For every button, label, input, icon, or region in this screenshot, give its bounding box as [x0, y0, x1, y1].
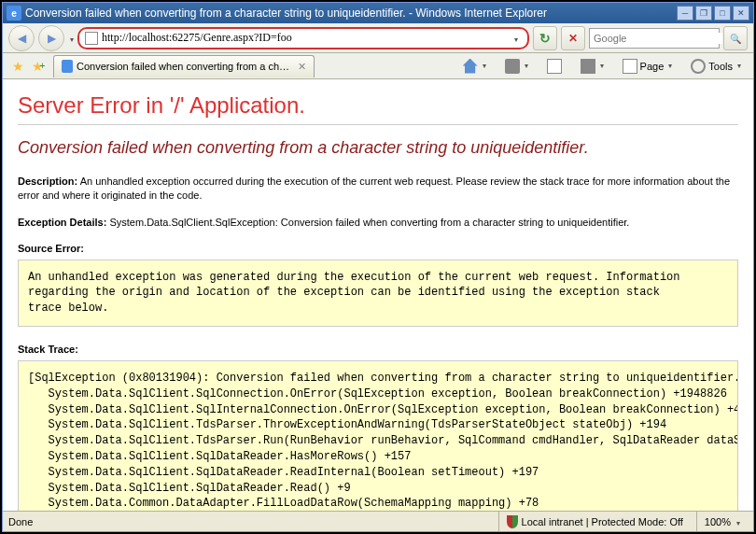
search-input[interactable] [594, 33, 722, 44]
source-error-label: Source Error: [18, 243, 738, 254]
back-button[interactable] [8, 25, 35, 51]
exception-details: Exception Details: System.Data.SqlClient… [18, 216, 738, 230]
description-label: Description: [18, 176, 77, 187]
close-button[interactable]: ✕ [733, 6, 749, 21]
tools-label: Tools [708, 61, 733, 72]
print-icon [581, 59, 595, 74]
tabbar: ★ ★+ Conversion failed when converting f… [3, 53, 753, 79]
page-icon [85, 32, 98, 45]
home-icon [463, 59, 478, 74]
tab-close-button[interactable]: ✕ [298, 61, 306, 73]
address-bar[interactable] [77, 27, 529, 49]
stack-trace-box: [SqlException (0x80131904): Conversion f… [18, 360, 738, 511]
arrow-left-icon [18, 32, 26, 45]
zone-text: Local intranet | Protected Mode: Off [522, 516, 683, 527]
feeds-button[interactable] [498, 56, 535, 77]
feed-icon [505, 59, 520, 74]
window-title: Conversion failed when converting from a… [25, 7, 677, 20]
search-button[interactable] [723, 26, 748, 50]
ie-icon: e [7, 6, 21, 21]
page-icon [623, 59, 637, 74]
search-box[interactable] [589, 28, 720, 49]
page-label: Page [640, 61, 665, 72]
nav-history-dropdown[interactable] [68, 33, 74, 44]
exception-label: Exception Details: [18, 217, 106, 228]
exception-text: System.Data.SqlClient.SqlException: Conv… [106, 217, 629, 228]
description-text: An unhandled exception occurred during t… [18, 176, 730, 201]
refresh-button[interactable] [533, 26, 557, 50]
zoom-panel[interactable]: 100% [696, 512, 748, 531]
minimize-button[interactable]: ─ [677, 6, 693, 21]
refresh-icon [539, 31, 551, 46]
error-subheading: Conversion failed when converting from a… [18, 138, 738, 158]
divider [18, 124, 738, 125]
restore-button[interactable]: ❐ [695, 6, 712, 21]
page-menu[interactable]: Page [616, 56, 679, 77]
description: Description: An unhandled exception occu… [18, 175, 738, 203]
statusbar: Done Local intranet | Protected Mode: Of… [3, 511, 753, 531]
url-input[interactable] [102, 31, 509, 45]
add-favorite-button[interactable]: ★+ [31, 57, 49, 76]
url-dropdown[interactable] [509, 33, 522, 44]
shield-icon [507, 515, 518, 528]
titlebar: e Conversion failed when converting from… [3, 3, 753, 23]
tab-active[interactable]: Conversion failed when converting from a… [53, 55, 315, 77]
zoom-text: 100% [705, 516, 731, 527]
zone-panel: Local intranet | Protected Mode: Off [498, 512, 691, 531]
star-icon: ★ [12, 59, 24, 74]
ie-icon [62, 60, 73, 73]
plus-icon: + [40, 61, 46, 71]
status-text: Done [8, 516, 33, 527]
tab-label: Conversion failed when converting from a… [77, 61, 292, 72]
stop-icon [568, 32, 578, 45]
mail-button[interactable] [540, 56, 568, 77]
mail-icon [547, 59, 562, 74]
maximize-button[interactable]: □ [714, 6, 731, 21]
tools-menu[interactable]: Tools [684, 56, 748, 77]
gear-icon [691, 59, 706, 74]
arrow-right-icon [48, 32, 56, 45]
print-button[interactable] [574, 56, 610, 77]
home-button[interactable] [456, 56, 493, 77]
source-error-box: An unhandled exception was generated dur… [18, 260, 738, 327]
error-heading: Server Error in '/' Application. [18, 92, 738, 119]
search-icon [730, 33, 741, 44]
navbar [3, 23, 753, 53]
content-area[interactable]: Server Error in '/' Application. Convers… [3, 79, 753, 511]
stop-button[interactable] [561, 26, 585, 50]
favorites-button[interactable]: ★ [8, 57, 27, 76]
zoom-dropdown-icon [735, 516, 740, 527]
stack-trace-label: Stack Trace: [18, 344, 738, 355]
forward-button[interactable] [38, 25, 64, 51]
